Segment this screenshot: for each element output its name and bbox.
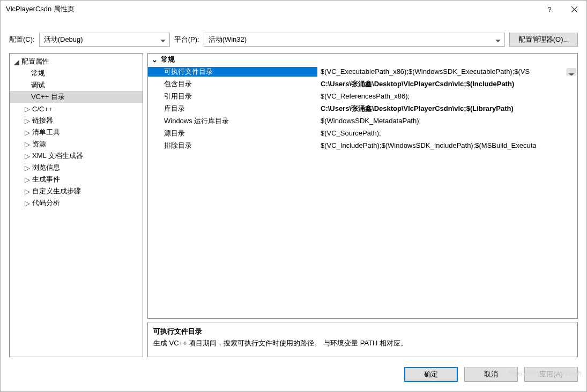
property-row[interactable]: 包含目录C:\Users\张涌鑫\Desktop\VlcPlayerCsdn\v… <box>148 78 577 90</box>
tree-item-label: 生成事件 <box>32 175 60 184</box>
platform-label: 平台(P): <box>174 35 199 44</box>
expander-icon: ◢ <box>13 58 20 66</box>
group-header[interactable]: ⌄ 常规 <box>148 54 577 65</box>
property-value[interactable]: $(VC_IncludePath);$(WindowsSDK_IncludePa… <box>317 141 577 149</box>
collapse-icon: ⌄ <box>148 56 161 64</box>
tree-item-label: C/C++ <box>32 105 53 113</box>
tree-root[interactable]: ◢ 配置属性 <box>10 56 143 67</box>
property-value[interactable]: $(WindowsSDK_MetadataPath); <box>317 117 577 125</box>
group-label: 常规 <box>161 55 175 64</box>
description-panel: 可执行文件目录 生成 VC++ 项目期间，搜索可执行文件时使用的路径。 与环境变… <box>147 322 578 357</box>
tree-item[interactable]: ▷C/C++ <box>10 103 143 115</box>
platform-value: 活动(Win32) <box>209 35 247 44</box>
tree-item[interactable]: ▷XML 文档生成器 <box>10 150 143 162</box>
tree-item-label: 清单工具 <box>32 127 60 137</box>
chevron-down-icon <box>569 70 574 76</box>
property-row[interactable]: 引用目录$(VC_ReferencesPath_x86); <box>148 90 577 102</box>
property-key: 引用目录 <box>148 92 317 101</box>
right-column: ⌄ 常规 可执行文件目录$(VC_ExecutablePath_x86);$(W… <box>147 53 578 357</box>
config-dropdown[interactable]: 活动(Debug) <box>39 33 170 47</box>
platform-dropdown[interactable]: 活动(Win32) <box>204 33 505 47</box>
property-key: 包含目录 <box>148 79 317 89</box>
tree-item-label: 浏览信息 <box>32 163 60 172</box>
middle-area: ◢ 配置属性 常规调试VC++ 目录▷C/C++▷链接器▷清单工具▷资源▷XML… <box>1 53 586 357</box>
expander-icon: ▷ <box>24 152 31 160</box>
property-row[interactable]: 排除目录$(VC_IncludePath);$(WindowsSDK_Inclu… <box>148 139 577 152</box>
tree-item-label: 资源 <box>32 139 46 149</box>
close-button[interactable] <box>562 1 586 18</box>
property-key: 源目录 <box>148 129 317 138</box>
titlebar: VlcPlayerCsdn 属性页 ? <box>1 1 586 18</box>
expander-icon: ▷ <box>24 105 31 113</box>
cancel-button[interactable]: 取消 <box>464 367 518 382</box>
tree-item[interactable]: ▷清单工具 <box>10 126 143 138</box>
expander-icon: ▷ <box>24 176 31 184</box>
tree-item[interactable]: 调试 <box>10 79 143 91</box>
tree-item[interactable]: ▷浏览信息 <box>10 162 143 174</box>
property-value[interactable]: $(VC_ReferencesPath_x86); <box>317 92 577 100</box>
close-icon <box>571 6 577 12</box>
property-value[interactable]: $(VC_ExecutablePath_x86);$(WindowsSDK_Ex… <box>317 67 577 76</box>
tree-item-label: 代码分析 <box>32 198 60 208</box>
tree-item-label: 调试 <box>31 80 45 90</box>
window-title: VlcPlayerCsdn 属性页 <box>6 4 537 14</box>
description-body: 生成 VC++ 项目期间，搜索可执行文件时使用的路径。 与环境变量 PATH 相… <box>153 338 572 348</box>
help-button[interactable]: ? <box>537 1 562 18</box>
tree-item-label: 自定义生成步骤 <box>32 186 81 196</box>
description-title: 可执行文件目录 <box>153 327 572 336</box>
expander-icon: ▷ <box>24 164 31 172</box>
property-row[interactable]: Windows 运行库目录$(WindowsSDK_MetadataPath); <box>148 115 577 127</box>
button-row: 确定 取消 应用(A) <box>1 357 586 391</box>
config-toolbar: 配置(C): 活动(Debug) 平台(P): 活动(Win32) 配置管理器(… <box>1 18 586 53</box>
property-row[interactable]: 库目录C:\Users\张涌鑫\Desktop\VlcPlayerCsdn\vl… <box>148 102 577 115</box>
tree-item-label: 常规 <box>31 69 45 78</box>
tree-item-label: XML 文档生成器 <box>32 151 83 161</box>
chevron-down-icon <box>159 35 167 44</box>
chevron-down-icon <box>494 35 502 44</box>
ok-button[interactable]: 确定 <box>404 367 458 382</box>
expander-icon: ▷ <box>24 199 31 207</box>
property-key: 排除目录 <box>148 141 317 150</box>
tree-item[interactable]: ▷链接器 <box>10 115 143 126</box>
apply-button: 应用(A) <box>524 367 578 382</box>
expander-icon: ▷ <box>24 129 31 137</box>
config-manager-button[interactable]: 配置管理器(O)... <box>509 33 578 47</box>
tree-item-label: 链接器 <box>32 116 53 125</box>
property-value[interactable]: C:\Users\张涌鑫\Desktop\VlcPlayerCsdn\vlc;$… <box>317 104 577 114</box>
config-value: 活动(Debug) <box>44 35 83 44</box>
expander-icon: ▷ <box>24 117 31 125</box>
tree-item[interactable]: ▷代码分析 <box>10 197 143 209</box>
config-label: 配置(C): <box>9 35 35 44</box>
dialog-window: VlcPlayerCsdn 属性页 ? 配置(C): 活动(Debug) 平台(… <box>0 0 587 392</box>
tree-item-label: VC++ 目录 <box>31 92 65 102</box>
expander-icon: ▷ <box>24 140 31 148</box>
property-key: 库目录 <box>148 104 317 114</box>
property-row[interactable]: 源目录$(VC_SourcePath); <box>148 127 577 139</box>
grid-body: 可执行文件目录$(VC_ExecutablePath_x86);$(Window… <box>148 65 577 318</box>
nav-tree[interactable]: ◢ 配置属性 常规调试VC++ 目录▷C/C++▷链接器▷清单工具▷资源▷XML… <box>9 53 143 357</box>
property-key: 可执行文件目录 <box>148 67 317 77</box>
tree-item[interactable]: ▷生成事件 <box>10 174 143 185</box>
tree-root-label: 配置属性 <box>21 57 49 66</box>
tree-item[interactable]: ▷资源 <box>10 138 143 150</box>
tree-item[interactable]: ▷自定义生成步骤 <box>10 185 143 197</box>
property-value[interactable]: C:\Users\张涌鑫\Desktop\VlcPlayerCsdn\vlc;$… <box>317 79 577 89</box>
tree-item[interactable]: 常规 <box>10 67 143 79</box>
property-grid: ⌄ 常规 可执行文件目录$(VC_ExecutablePath_x86);$(W… <box>147 53 578 319</box>
tree-item[interactable]: VC++ 目录 <box>10 91 143 103</box>
property-key: Windows 运行库目录 <box>148 116 317 126</box>
property-value[interactable]: $(VC_SourcePath); <box>317 129 577 137</box>
value-dropdown-button[interactable] <box>567 69 576 76</box>
property-row[interactable]: 可执行文件目录$(VC_ExecutablePath_x86);$(Window… <box>148 65 577 78</box>
expander-icon: ▷ <box>24 187 31 195</box>
